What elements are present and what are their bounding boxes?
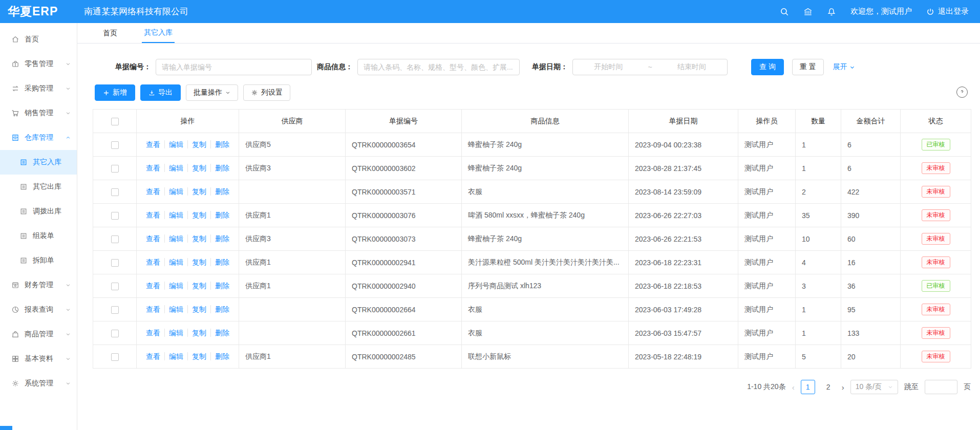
bell-icon[interactable] (827, 7, 836, 16)
edit-link[interactable]: 编辑 (164, 305, 187, 313)
view-link[interactable]: 查看 (142, 234, 164, 243)
page-button-2[interactable]: 2 (821, 380, 836, 394)
copy-link[interactable]: 复制 (187, 329, 210, 337)
row-checkbox[interactable] (111, 283, 119, 290)
copy-link[interactable]: 复制 (187, 187, 210, 196)
sidebar-item-assembly[interactable]: 组装单 (0, 224, 77, 248)
sidebar-item-label: 商品管理 (25, 330, 53, 339)
view-link[interactable]: 查看 (142, 305, 164, 313)
edit-link[interactable]: 编辑 (164, 282, 187, 290)
supplier-cell: 供应商1 (239, 251, 346, 274)
delete-link[interactable]: 删除 (210, 140, 233, 148)
bank-icon[interactable] (803, 7, 813, 16)
logout-button[interactable]: 退出登录 (926, 7, 969, 16)
sidebar-item-label: 首页 (25, 35, 39, 44)
sidebar-item-purchase[interactable]: 采购管理 (0, 76, 77, 101)
batch-actions-button[interactable]: 批量操作 (186, 84, 238, 101)
sidebar-item-other-inbound[interactable]: 其它入库 (0, 150, 77, 175)
view-link[interactable]: 查看 (142, 187, 164, 196)
copy-link[interactable]: 复制 (187, 164, 210, 172)
sidebar-item-warehouse[interactable]: 仓库管理 (0, 125, 77, 150)
delete-link[interactable]: 删除 (210, 352, 233, 360)
row-checkbox[interactable] (111, 259, 119, 267)
sidebar-item-sales[interactable]: 销售管理 (0, 101, 77, 125)
view-link[interactable]: 查看 (142, 258, 164, 266)
row-checkbox[interactable] (111, 306, 119, 314)
search-icon[interactable] (780, 7, 789, 16)
copy-link[interactable]: 复制 (187, 211, 210, 219)
copy-link[interactable]: 复制 (187, 305, 210, 313)
add-button[interactable]: 新增 (95, 84, 135, 101)
pagination-total: 1-10 共20条 (747, 382, 785, 392)
view-link[interactable]: 查看 (142, 211, 164, 219)
edit-link[interactable]: 编辑 (164, 329, 187, 337)
row-checkbox[interactable] (111, 353, 119, 361)
delete-link[interactable]: 删除 (210, 187, 233, 196)
reset-button[interactable]: 重 置 (792, 59, 824, 75)
row-checkbox[interactable] (111, 212, 119, 220)
doc-no-input[interactable] (156, 59, 312, 75)
jump-to-input[interactable] (925, 380, 957, 394)
sidebar-item-other-outbound[interactable]: 其它出库 (0, 175, 77, 199)
row-checkbox[interactable] (111, 330, 119, 337)
column-settings-button[interactable]: 列设置 (243, 84, 290, 101)
operator-cell: 测试用户 (738, 204, 796, 227)
delete-link[interactable]: 删除 (210, 282, 233, 290)
delete-link[interactable]: 删除 (210, 305, 233, 313)
export-button[interactable]: 导出 (140, 84, 181, 101)
copy-link[interactable]: 复制 (187, 352, 210, 360)
page-button-1[interactable]: 1 (801, 380, 815, 394)
delete-link[interactable]: 删除 (210, 258, 233, 266)
sidebar-item-retail[interactable]: 零售管理 (0, 52, 77, 76)
view-link[interactable]: 查看 (142, 164, 164, 172)
tab-home[interactable]: 首页 (101, 23, 119, 43)
view-link[interactable]: 查看 (142, 140, 164, 148)
plus-icon (103, 90, 110, 96)
copy-link[interactable]: 复制 (187, 258, 210, 266)
edit-link[interactable]: 编辑 (164, 211, 187, 219)
sidebar-item-finance[interactable]: 财务管理 (0, 273, 77, 297)
page-size-select[interactable]: 10 条/页 (850, 380, 898, 394)
edit-link[interactable]: 编辑 (164, 187, 187, 196)
sidebar-item-basic-data[interactable]: 基本资料 (0, 347, 77, 371)
product-input[interactable] (357, 59, 520, 75)
sidebar-item-products[interactable]: 商品管理 (0, 322, 77, 347)
sidebar-item-disassembly[interactable]: 拆卸单 (0, 248, 77, 273)
sidebar-item-reports[interactable]: 报表查询 (0, 297, 77, 322)
doc-no-cell: QTRK00000003654 (346, 133, 462, 157)
edit-link[interactable]: 编辑 (164, 258, 187, 266)
column-header-supplier: 供应商 (239, 110, 346, 133)
select-all-checkbox[interactable] (111, 118, 119, 125)
edit-link[interactable]: 编辑 (164, 352, 187, 360)
delete-link[interactable]: 删除 (210, 329, 233, 337)
row-checkbox[interactable] (111, 235, 119, 243)
row-checkbox[interactable] (111, 141, 119, 149)
edit-link[interactable]: 编辑 (164, 164, 187, 172)
delete-link[interactable]: 删除 (210, 234, 233, 243)
row-checkbox[interactable] (111, 188, 119, 196)
sidebar-item-home[interactable]: 首页 (0, 27, 77, 52)
sidebar-item-transfer-outbound[interactable]: 调拨出库 (0, 199, 77, 224)
row-checkbox[interactable] (111, 165, 119, 173)
view-link[interactable]: 查看 (142, 329, 164, 337)
view-link[interactable]: 查看 (142, 282, 164, 290)
edit-link[interactable]: 编辑 (164, 234, 187, 243)
amount-cell: 422 (841, 180, 901, 204)
date-range-input[interactable]: 开始时间 ~ 结束时间 (572, 59, 728, 75)
copy-link[interactable]: 复制 (187, 234, 210, 243)
edit-link[interactable]: 编辑 (164, 140, 187, 148)
help-icon[interactable] (956, 87, 968, 98)
sidebar-item-system[interactable]: 系统管理 (0, 371, 77, 396)
data-table: 操作 供应商 单据编号 商品信息 单据日期 操作员 数量 金额合计 状态 (93, 109, 971, 369)
copy-link[interactable]: 复制 (187, 140, 210, 148)
expand-link[interactable]: 展开 (833, 62, 855, 72)
batch-actions-label: 批量操作 (194, 88, 222, 97)
search-button[interactable]: 查 询 (751, 59, 784, 75)
delete-link[interactable]: 删除 (210, 211, 233, 219)
view-link[interactable]: 查看 (142, 352, 164, 360)
tab-other-inbound[interactable]: 其它入库 (142, 23, 175, 43)
copy-link[interactable]: 复制 (187, 282, 210, 290)
next-page-button[interactable]: › (842, 383, 844, 392)
delete-link[interactable]: 删除 (210, 164, 233, 172)
prev-page-button[interactable]: ‹ (792, 383, 795, 392)
